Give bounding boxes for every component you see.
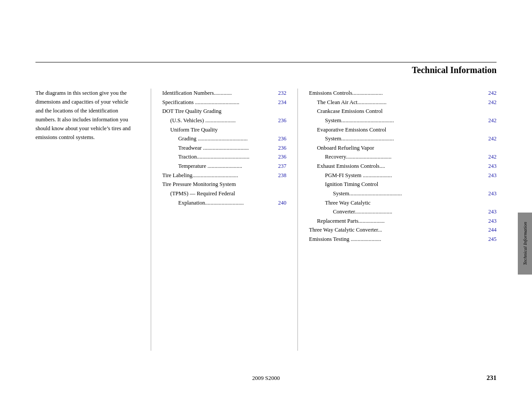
page-footer: 2009 S2000 231 [35, 374, 497, 382]
intro-text: The diagrams in this section give you th… [35, 89, 146, 351]
toc-exhaust-controls[interactable]: Exhaust Emissions Controls.... 243 [309, 162, 497, 171]
toc-evaporative-header: Evaporative Emissions Control [309, 125, 497, 135]
page-number: 231 [487, 374, 497, 382]
right-toc: Emissions Controls......................… [302, 89, 497, 351]
toc-three-way-catalytic-header: Three Way Catalytic [309, 198, 497, 208]
column-divider-2 [297, 89, 298, 351]
toc-us-vehicles[interactable]: (U.S. Vehicles) ...................... 2… [162, 116, 286, 125]
toc-three-way-catalytic-converter[interactable]: Three Way Catalytic Converter... 244 [309, 225, 497, 235]
column-divider [151, 89, 151, 351]
toc-crankcase-system[interactable]: System..................................… [309, 116, 497, 125]
page-container: Technical Information The diagrams in th… [0, 0, 532, 395]
toc-tpms-explanation[interactable]: Explanation............................ … [162, 198, 286, 208]
toc-emissions-testing[interactable]: Emissions Testing ......................… [309, 235, 497, 244]
toc-tpms-federal: (TPMS) — Required Federal [162, 189, 286, 198]
toc-grading[interactable]: Grading ................................… [162, 134, 286, 143]
toc-dot-tire-grading-header: DOT Tire Quality Grading [162, 107, 286, 116]
toc-tire-labeling[interactable]: Tire Labeling...........................… [162, 171, 286, 180]
toc-onboard-refueling-header: Onboard Refueling Vapor [309, 143, 497, 153]
toc-tpms-header: Tire Pressure Monitoring System [162, 180, 286, 189]
toc-emissions-controls[interactable]: Emissions Controls......................… [309, 89, 497, 98]
toc-ignition-system[interactable]: System..................................… [309, 189, 497, 198]
side-tab-label: Technical Information [522, 222, 528, 265]
car-model: 2009 S2000 [252, 375, 280, 382]
middle-toc: Identification Numbers............. 232 … [156, 89, 293, 351]
toc-ignition-timing-header: Ignition Timing Control [309, 180, 497, 189]
toc-crankcase-header: Crankcase Emissions Control [309, 107, 497, 116]
page-title: Technical Information [412, 65, 497, 75]
toc-clean-air-act[interactable]: The Clean Air Act..................... 2… [309, 98, 497, 107]
toc-replacement-parts[interactable]: Replacement Parts................... 243 [309, 217, 497, 226]
toc-temperature[interactable]: Temperature ......................... 23… [162, 162, 286, 171]
toc-onboard-recovery[interactable]: Recovery................................… [309, 152, 497, 162]
toc-converter-1[interactable]: Converter........................... 243 [309, 207, 497, 217]
toc-evaporative-system[interactable]: System..................................… [309, 134, 497, 143]
toc-traction[interactable]: Traction................................… [162, 152, 286, 162]
toc-uniform-tire-quality-header: Uniform Tire Quality [162, 125, 286, 135]
toc-treadwear[interactable]: Treadwear ..............................… [162, 143, 286, 153]
toc-specifications[interactable]: Specifications .........................… [162, 98, 286, 107]
content-area: The diagrams in this section give you th… [35, 89, 497, 351]
toc-pgm-fi[interactable]: PGM-FI System ..................... 243 [309, 171, 497, 180]
page-header: Technical Information [35, 62, 497, 75]
side-tab: Technical Information [518, 213, 532, 275]
toc-identification-numbers[interactable]: Identification Numbers............. 232 [162, 89, 286, 98]
